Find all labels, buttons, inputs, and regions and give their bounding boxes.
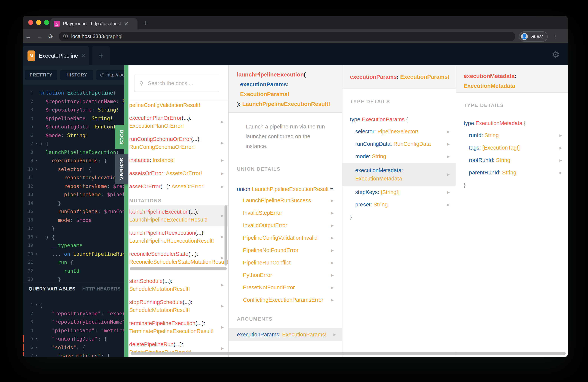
code-line[interactable]: 22 runId — [22, 267, 124, 275]
fold-arrow-icon[interactable]: ▾ — [33, 156, 40, 165]
code-line[interactable]: 1mutation ExecutePipeline( — [22, 88, 124, 97]
fold-arrow-icon[interactable]: ▾ — [33, 335, 40, 343]
union-member[interactable]: PipelineRunConflict▶ — [229, 256, 342, 269]
traffic-light-close-icon[interactable] — [28, 20, 33, 25]
code-line[interactable]: 19 __typename — [22, 241, 124, 250]
code-line[interactable]: 9▾ executionParams: { — [22, 156, 124, 165]
fold-arrow-icon[interactable]: ▾ — [33, 250, 40, 258]
tab-query-variables[interactable]: QUERY VARIABLES — [29, 286, 76, 292]
union-member[interactable]: PipelineNotFoundError▶ — [229, 244, 342, 256]
union-member[interactable]: PythonError▶ — [229, 269, 342, 281]
code-line[interactable]: 11 repositoryLocationName: $repositoryLo… — [22, 173, 124, 182]
docs-side-tab[interactable]: DOCS — [115, 125, 128, 149]
union-member[interactable]: InvalidStepError▶ — [229, 207, 342, 219]
playground-add-tab-button[interactable]: + — [92, 46, 110, 65]
docs-list-item[interactable]: instance: Instance!▶ — [128, 154, 228, 167]
code-line[interactable]: 14 } — [22, 199, 124, 207]
docs-list-item[interactable]: terminatePipelineExecution(...):Terminat… — [128, 317, 228, 338]
code-line[interactable]: 1▾{ — [22, 301, 124, 309]
type-field-row[interactable]: rootRunId: String▶ — [456, 154, 568, 167]
type-field-row[interactable]: parentRunId: String▶ — [456, 167, 568, 179]
docs-list-item[interactable]: assetOrError(...): AssetOrError!▶ — [128, 180, 228, 193]
code-line[interactable]: 4 $pipelineName: String! — [22, 114, 124, 123]
docs-list-item[interactable]: startSchedule(...):ScheduleMutationResul… — [128, 275, 228, 296]
traffic-light-zoom-icon[interactable] — [44, 20, 49, 25]
code-line[interactable]: 5▾ "runConfigData": { — [22, 335, 124, 343]
code-line[interactable]: 3 "repositoryLocationName": — [22, 318, 124, 326]
gear-icon[interactable]: ⚙ — [552, 49, 560, 60]
code-line[interactable]: 7▾ "save_metrics": { — [22, 352, 124, 357]
fold-arrow-icon[interactable]: ▾ — [33, 352, 40, 357]
type-field-row[interactable]: runId: String▶ — [456, 129, 568, 142]
reload-icon[interactable]: ⟳ — [45, 33, 57, 40]
query-variables-editor[interactable]: 1▾{2 "repositoryName": "exper3 "reposito… — [22, 295, 124, 357]
profile-button[interactable]: 👤 Guest — [519, 31, 548, 42]
code-line[interactable]: 6▾ "solids": { — [22, 343, 124, 352]
docs-list-item[interactable]: launchPipelineExecution(...):LaunchPipel… — [128, 205, 228, 226]
docs-list-item-partial[interactable]: pelineConfigValidationResult! — [128, 101, 228, 111]
tab-close-icon[interactable]: ✕ — [124, 21, 128, 27]
vertical-scrollbar-thumb[interactable] — [225, 205, 227, 266]
code-line[interactable]: 4 "pipelineName": "metrics — [22, 326, 124, 335]
docs-list-item[interactable]: launchPipelineReexecution(...):LaunchPip… — [128, 226, 228, 248]
code-line[interactable]: 12 repositoryName: $repositoryName — [22, 182, 124, 190]
type-field-row[interactable]: selector: PipelineSelector!▶ — [342, 126, 456, 138]
type-field-row[interactable]: runConfigData: RunConfigData▶ — [342, 138, 456, 150]
search-input[interactable] — [147, 80, 213, 87]
fold-arrow-icon[interactable]: ▾ — [33, 165, 40, 173]
code-line[interactable]: 20▾ ... on LaunchPipelineRunSuccess { — [22, 250, 124, 258]
playground-tab-executepipeline[interactable]: M ExecutePipeline ✕ — [22, 46, 89, 65]
fold-arrow-icon[interactable]: ▾ — [33, 233, 40, 241]
code-line[interactable]: 16 mode: $mode — [22, 216, 124, 224]
docs-list-item[interactable]: runConfigSchemaOrError(...):RunConfigSch… — [128, 133, 228, 154]
search-box[interactable]: ⚲ — [134, 75, 219, 92]
docs-divider[interactable] — [124, 65, 128, 357]
fold-arrow-icon[interactable]: ▾ — [33, 301, 40, 309]
traffic-light-minimize-icon[interactable] — [36, 20, 41, 25]
union-member[interactable]: PresetNotFoundError▶ — [229, 281, 342, 294]
docs-list-item[interactable]: executionPlanOrError(...):ExecutionPlanO… — [128, 111, 228, 133]
code-line[interactable]: 15 runConfigData: $runConfigData — [22, 207, 124, 216]
kebab-menu-icon[interactable]: ⋮ — [552, 33, 558, 40]
tab-http-headers[interactable]: HTTP HEADERS — [82, 286, 121, 292]
fold-arrow-icon[interactable]: ▾ — [33, 139, 40, 148]
code-line[interactable]: 3 $repositoryName: String! — [22, 106, 124, 114]
code-line[interactable]: 8 launchPipelineExecution( — [22, 148, 124, 156]
playground-tab-close-icon[interactable]: ✕ — [82, 53, 86, 58]
fold-arrow-icon[interactable]: ▾ — [33, 343, 40, 352]
url-bar[interactable]: ⓘ localhost:3333/graphql — [59, 32, 515, 41]
type-field-row[interactable]: stepKeys: [String!]▶ — [342, 186, 456, 198]
code-line[interactable]: 2 $repositoryLocationName: String! — [22, 97, 124, 106]
code-line[interactable]: 17 } — [22, 224, 124, 233]
union-member[interactable]: PipelineConfigValidationInvalid▶ — [229, 232, 342, 244]
code-line[interactable]: 7▾) { — [22, 139, 124, 148]
code-line[interactable]: 6 $mode: String! — [22, 131, 124, 139]
type-field-row[interactable]: preset: String▶ — [342, 198, 456, 211]
code-line[interactable]: 5 $runConfigData: RunConfigData — [22, 123, 124, 131]
history-button[interactable]: HISTORY — [60, 70, 93, 80]
horizontal-scrollbar-thumb[interactable] — [130, 267, 227, 270]
endpoint-reload-icon[interactable]: ↺ — [100, 72, 104, 78]
docs-list-item[interactable]: stopRunningSchedule(...):ScheduleMutatio… — [128, 296, 228, 317]
argument-row-selected[interactable]: executionParams: ExecutionParams!▶ — [229, 328, 342, 341]
back-icon[interactable]: ← — [22, 33, 34, 40]
union-member[interactable]: ConflictingExecutionParamsError▶ — [229, 294, 342, 306]
union-member[interactable]: LaunchPipelineRunSuccess▶ — [229, 194, 342, 207]
docs-list-item[interactable]: assetsOrError: AssetsOrError!▶ — [128, 167, 228, 180]
query-code-editor[interactable]: 1mutation ExecutePipeline(2 $repositoryL… — [22, 85, 124, 286]
code-line[interactable]: 13 pipelineName: $pipelineName — [22, 190, 124, 199]
info-icon[interactable]: ⓘ — [63, 33, 68, 40]
code-line[interactable]: 18▾ ) { — [22, 233, 124, 241]
type-field-row[interactable]: mode: String▶ — [342, 150, 456, 163]
union-member[interactable]: InvalidOutputError▶ — [229, 219, 342, 232]
docs-horizontal-scrollbar[interactable] — [131, 352, 566, 355]
code-line[interactable]: 2 "repositoryName": "exper — [22, 309, 124, 318]
code-line[interactable]: 21 run { — [22, 258, 124, 267]
docs-list-item[interactable]: reconcileSchedulerState(...):ReconcileSc… — [128, 248, 228, 269]
prettify-button[interactable]: PRETTIFY — [25, 70, 57, 80]
type-field-row[interactable]: executionMetadata:ExecutionMetadata▶ — [342, 163, 456, 186]
schema-side-tab[interactable]: SCHEMA — [115, 154, 128, 184]
endpoint-input[interactable]: ↺ http://loc — [96, 70, 124, 80]
type-field-row[interactable]: tags: [ExecutionTag!]▶ — [456, 142, 568, 154]
code-line[interactable]: 10▾ selector: { — [22, 165, 124, 173]
